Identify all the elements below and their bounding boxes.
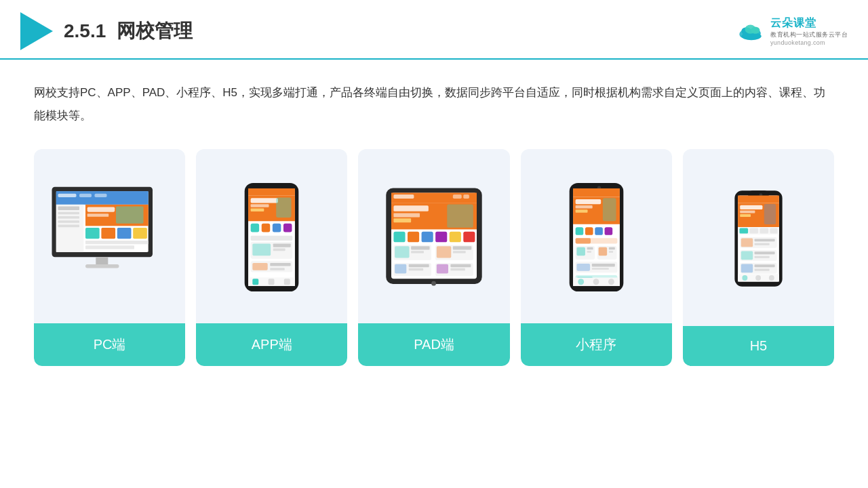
svg-rect-23 xyxy=(101,228,115,239)
svg-rect-55 xyxy=(284,279,290,285)
svg-point-58 xyxy=(431,281,436,285)
svg-rect-68 xyxy=(393,231,405,241)
svg-rect-66 xyxy=(393,218,411,222)
svg-rect-128 xyxy=(738,195,779,203)
svg-rect-47 xyxy=(273,248,285,251)
svg-rect-76 xyxy=(411,246,429,249)
app-image-area xyxy=(207,163,336,311)
svg-rect-99 xyxy=(603,198,616,221)
svg-rect-19 xyxy=(87,207,115,211)
svg-rect-75 xyxy=(395,246,409,258)
svg-rect-150 xyxy=(754,268,769,270)
pc-mockup-image xyxy=(49,183,171,291)
svg-rect-72 xyxy=(450,231,461,241)
pc-image-area xyxy=(45,163,174,311)
h5-mockup-image xyxy=(733,184,784,293)
svg-rect-33 xyxy=(248,188,295,195)
mini-program-image-area xyxy=(532,163,661,311)
svg-rect-51 xyxy=(271,268,285,270)
svg-rect-50 xyxy=(271,263,291,266)
card-pad-label: PAD端 xyxy=(358,323,509,366)
svg-point-122 xyxy=(593,279,599,285)
page-title: 2.5.1 xyxy=(64,20,106,42)
svg-rect-21 xyxy=(116,206,144,223)
svg-rect-97 xyxy=(575,205,592,208)
brand-logo: 云朵课堂 教育机构一站式服务云平台 yunduoketang.com xyxy=(736,16,848,46)
svg-rect-142 xyxy=(754,243,769,245)
svg-rect-28 xyxy=(96,257,108,264)
svg-rect-35 xyxy=(251,198,278,203)
svg-rect-12 xyxy=(56,204,83,251)
svg-rect-79 xyxy=(437,246,451,258)
card-mini-program: 小程序 xyxy=(521,149,672,366)
header: 2.5.1 网校管理 云朵课堂 教育机构一站式服务云平台 yunduoketan… xyxy=(0,0,868,60)
svg-rect-17 xyxy=(58,224,79,227)
svg-rect-117 xyxy=(591,268,608,270)
svg-rect-131 xyxy=(740,210,755,213)
svg-rect-11 xyxy=(94,193,106,197)
svg-rect-130 xyxy=(740,205,762,209)
svg-rect-22 xyxy=(85,228,100,239)
svg-rect-10 xyxy=(79,193,92,197)
svg-rect-96 xyxy=(575,199,601,204)
svg-rect-144 xyxy=(741,251,753,260)
svg-rect-77 xyxy=(411,251,424,253)
svg-rect-53 xyxy=(253,279,259,285)
svg-rect-89 xyxy=(450,268,465,270)
content-area: 网校支持PC、APP、PAD、小程序、H5，实现多端打通，产品各终端自由切换，数… xyxy=(0,60,868,380)
svg-rect-45 xyxy=(253,243,271,256)
card-mini-program-label: 小程序 xyxy=(521,323,672,366)
svg-rect-85 xyxy=(409,268,423,270)
svg-rect-36 xyxy=(251,204,269,207)
svg-rect-73 xyxy=(463,231,475,241)
description-text: 网校支持PC、APP、PAD、小程序、H5，实现多端打通，产品各终端自由切换，数… xyxy=(34,81,834,127)
svg-point-5 xyxy=(745,24,755,33)
svg-rect-25 xyxy=(133,228,147,239)
brand-area: 云朵课堂 教育机构一站式服务云平台 yunduoketang.com xyxy=(736,16,848,46)
svg-point-153 xyxy=(755,275,761,281)
svg-rect-137 xyxy=(760,228,768,233)
svg-rect-115 xyxy=(576,263,590,270)
svg-rect-107 xyxy=(576,247,585,256)
brand-tagline: 教育机构一站式服务云平台 xyxy=(770,30,848,39)
logo-triangle-icon xyxy=(20,12,53,50)
svg-rect-102 xyxy=(595,227,603,235)
svg-rect-60 xyxy=(393,195,414,199)
svg-rect-113 xyxy=(609,251,613,253)
app-mockup-image xyxy=(243,180,300,295)
card-app-label: APP端 xyxy=(196,323,347,366)
card-app: APP端 xyxy=(196,149,347,366)
svg-rect-39 xyxy=(251,223,260,232)
svg-rect-132 xyxy=(740,214,751,217)
svg-rect-16 xyxy=(58,220,79,223)
svg-rect-133 xyxy=(764,204,776,224)
card-h5-label: H5 xyxy=(683,326,834,366)
svg-rect-13 xyxy=(58,206,79,209)
brand-text: 云朵课堂 教育机构一站式服务云平台 yunduoketang.com xyxy=(770,16,848,46)
svg-rect-81 xyxy=(453,251,466,253)
mini-program-mockup-image xyxy=(568,180,625,295)
svg-rect-100 xyxy=(575,227,583,235)
svg-rect-101 xyxy=(585,227,593,235)
svg-rect-61 xyxy=(453,195,462,199)
svg-rect-87 xyxy=(437,264,448,273)
svg-rect-94 xyxy=(573,188,620,197)
svg-rect-24 xyxy=(117,228,131,239)
svg-point-123 xyxy=(608,279,614,285)
svg-rect-103 xyxy=(604,227,612,235)
svg-rect-67 xyxy=(447,204,473,227)
svg-rect-116 xyxy=(591,263,614,266)
svg-rect-146 xyxy=(754,256,769,258)
svg-rect-42 xyxy=(283,223,292,232)
svg-rect-29 xyxy=(85,264,119,268)
svg-rect-9 xyxy=(58,193,76,197)
svg-rect-26 xyxy=(85,240,149,243)
svg-rect-145 xyxy=(754,251,774,254)
svg-rect-135 xyxy=(739,228,748,233)
svg-rect-112 xyxy=(609,247,615,249)
card-h5: H5 xyxy=(683,149,834,366)
page-title-text: 网校管理 xyxy=(117,18,193,44)
svg-rect-27 xyxy=(85,245,134,249)
svg-rect-88 xyxy=(450,264,471,266)
svg-rect-108 xyxy=(587,247,593,249)
